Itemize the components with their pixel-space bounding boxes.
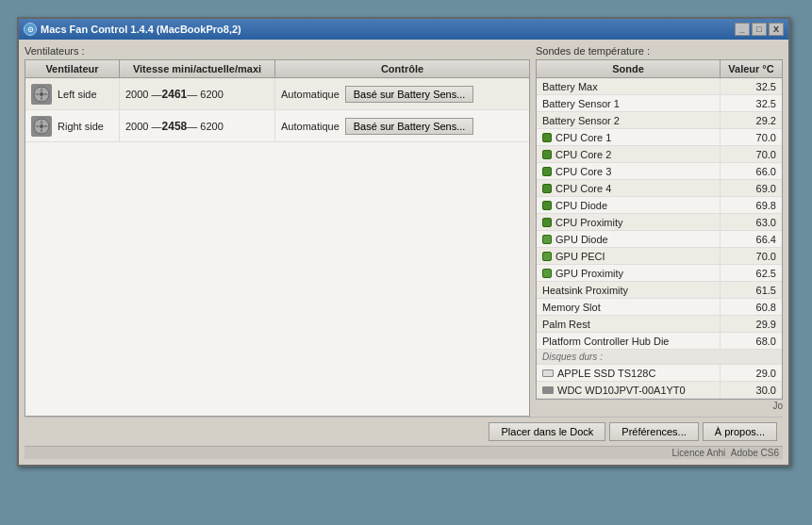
sensors-table: Sonde Valeur °C Battery Max 32.5 Battery… bbox=[536, 59, 783, 400]
sensor-name-heatsink: Heatsink Proximity bbox=[537, 282, 721, 298]
sensor-row-cpu-core-1: CPU Core 1 70.0 bbox=[537, 129, 782, 146]
sensor-row-pch: Platform Controller Hub Die 68.0 bbox=[537, 333, 782, 350]
apple-ssd-icon bbox=[542, 369, 554, 377]
sensor-row-gpu-diode: GPU Diode 66.4 bbox=[537, 231, 782, 248]
sensor-name-battery-s2: Battery Sensor 2 bbox=[537, 112, 721, 128]
sensor-name-cpu-core-1: CPU Core 1 bbox=[537, 129, 721, 145]
sensors-section-label: Sondes de température : bbox=[536, 45, 650, 57]
fan-2-name: Right side bbox=[25, 110, 120, 141]
sensor-value-cpu-core-2: 70.0 bbox=[721, 146, 782, 162]
fan-1-speed-max: — 6200 bbox=[187, 89, 224, 100]
sensor-name-palm-rest: Palm Rest bbox=[537, 316, 721, 332]
sensor-value-palm-rest: 29.9 bbox=[721, 316, 782, 332]
sensor-row-cpu-proximity: CPU Proximity 63.0 bbox=[537, 214, 782, 231]
fan-1-speed-min: 2000 — bbox=[125, 89, 162, 100]
cpu-icon-4 bbox=[542, 184, 552, 193]
sensor-row-palm-rest: Palm Rest 29.9 bbox=[537, 316, 782, 333]
sensor-value-heatsink: 61.5 bbox=[721, 282, 782, 298]
sensor-name-pch: Platform Controller Hub Die bbox=[537, 333, 721, 349]
fan-2-control: Automatique Basé sur Battery Sens... bbox=[275, 110, 529, 141]
sensor-row-heatsink: Heatsink Proximity 61.5 bbox=[537, 282, 782, 299]
fan-2-speed: 2000 — 2458 — 6200 bbox=[120, 110, 275, 141]
gpu-peci-icon bbox=[542, 252, 552, 261]
sensor-name-cpu-proximity: CPU Proximity bbox=[537, 214, 721, 230]
sensor-name-battery-max: Battery Max bbox=[537, 78, 721, 94]
fan-row-1: Left side 2000 — 2461 — 6200 Automatique… bbox=[25, 78, 529, 110]
fan-1-speed: 2000 — 2461 — 6200 bbox=[120, 78, 275, 109]
svg-point-1 bbox=[40, 92, 43, 96]
wdc-icon bbox=[542, 386, 554, 394]
sensor-value-gpu-peci: 70.0 bbox=[721, 248, 782, 264]
sensor-value-battery-s1: 32.5 bbox=[721, 95, 782, 111]
fan-row-2: Right side 2000 — 2458 — 6200 Automatiqu… bbox=[25, 110, 529, 142]
sensor-value-apple-ssd: 29.0 bbox=[721, 365, 782, 381]
gpu-proximity-icon bbox=[542, 269, 552, 278]
fans-col-speed: Vitesse mini/actuelle/maxi bbox=[120, 60, 275, 77]
application-window: ⊙ Macs Fan Control 1.4.4 (MacBookPro8,2)… bbox=[17, 17, 790, 467]
fan-icon-1 bbox=[31, 84, 52, 105]
gpu-diode-icon bbox=[542, 235, 552, 244]
svg-point-3 bbox=[40, 124, 43, 128]
sensor-row-apple-ssd: APPLE SSD TS128C 29.0 bbox=[537, 365, 782, 382]
sensor-name-memory: Memory Slot bbox=[537, 299, 721, 315]
sensors-table-header: Sonde Valeur °C bbox=[537, 60, 782, 78]
sensor-value-battery-s2: 29.2 bbox=[721, 112, 782, 128]
fan-1-name-text: Left side bbox=[58, 89, 97, 100]
fan-1-control-mode: Automatique bbox=[281, 89, 340, 100]
preferences-button[interactable]: Préférences... bbox=[609, 422, 698, 441]
sensor-value-cpu-core-1: 70.0 bbox=[721, 129, 782, 145]
sensor-name-gpu-proximity: GPU Proximity bbox=[537, 265, 721, 281]
bottom-bar: Placer dans le Dock Préférences... À pro… bbox=[25, 417, 783, 446]
fan-2-speed-min: 2000 — bbox=[125, 121, 162, 132]
fan-1-control: Automatique Basé sur Battery Sens... bbox=[275, 78, 529, 109]
fan-1-name: Left side bbox=[25, 78, 120, 109]
about-button[interactable]: À propos... bbox=[703, 422, 777, 441]
sensor-value-pch: 68.0 bbox=[721, 333, 782, 349]
sensor-name-cpu-core-4: CPU Core 4 bbox=[537, 180, 721, 196]
fan-1-control-button[interactable]: Basé sur Battery Sens... bbox=[345, 86, 474, 103]
sensor-value-cpu-core-3: 66.0 bbox=[721, 163, 782, 179]
sensor-name-apple-ssd: APPLE SSD TS128C bbox=[537, 365, 721, 381]
sensor-row-battery-s1: Battery Sensor 1 32.5 bbox=[537, 95, 782, 112]
sensor-name-gpu-diode: GPU Diode bbox=[537, 231, 721, 247]
sensor-value-gpu-diode: 66.4 bbox=[721, 231, 782, 247]
sensor-row-cpu-core-2: CPU Core 2 70.0 bbox=[537, 146, 782, 163]
fans-empty-area bbox=[25, 142, 529, 416]
window-content: Ventilateurs : Sondes de température : V… bbox=[19, 40, 788, 465]
app-icon: ⊙ bbox=[24, 23, 37, 36]
fan-2-control-button[interactable]: Basé sur Battery Sens... bbox=[345, 118, 474, 135]
sensor-value-memory: 60.8 bbox=[721, 299, 782, 315]
sensor-row-gpu-peci: GPU PECI 70.0 bbox=[537, 248, 782, 265]
cpu-diode-icon bbox=[542, 201, 552, 210]
minimize-button[interactable]: _ bbox=[735, 23, 750, 36]
window-title: Macs Fan Control 1.4.4 (MacBookPro8,2) bbox=[41, 24, 241, 35]
cpu-icon-3 bbox=[542, 167, 552, 176]
sensor-name-wdc: WDC WD10JPVT-00A1YT0 bbox=[537, 382, 721, 398]
sensor-name-gpu-peci: GPU PECI bbox=[537, 248, 721, 264]
fans-panel: Ventilateur Vitesse mini/actuelle/maxi C… bbox=[25, 59, 530, 417]
sensor-value-cpu-proximity: 63.0 bbox=[721, 214, 782, 230]
fan-2-speed-max: — 6200 bbox=[187, 121, 224, 132]
cpu-icon-2 bbox=[542, 150, 552, 159]
sensor-value-wdc: 30.0 bbox=[721, 382, 782, 398]
sensor-row-wdc: WDC WD10JPVT-00A1YT0 30.0 bbox=[537, 382, 782, 399]
sensor-name-cpu-core-2: CPU Core 2 bbox=[537, 146, 721, 162]
sensor-row-battery-max: Battery Max 32.5 bbox=[537, 78, 782, 95]
dock-button[interactable]: Placer dans le Dock bbox=[489, 422, 605, 441]
sensor-row-cpu-core-4: CPU Core 4 69.0 bbox=[537, 180, 782, 197]
window-controls: _ □ X bbox=[735, 23, 784, 36]
main-layout: Ventilateur Vitesse mini/actuelle/maxi C… bbox=[25, 59, 783, 417]
fan-icon-2 bbox=[31, 116, 52, 137]
title-bar: ⊙ Macs Fan Control 1.4.4 (MacBookPro8,2)… bbox=[19, 19, 788, 40]
sensors-col-name: Sonde bbox=[537, 60, 721, 77]
sensors-col-value: Valeur °C bbox=[721, 60, 782, 77]
fan-1-speed-current: 2461 bbox=[162, 88, 188, 101]
maximize-button[interactable]: □ bbox=[752, 23, 767, 36]
status-bar: Licence Anhi Adobe CS6 bbox=[25, 446, 783, 459]
sensor-name-battery-s1: Battery Sensor 1 bbox=[537, 95, 721, 111]
sensor-row-memory: Memory Slot 60.8 bbox=[537, 299, 782, 316]
sensor-name-cpu-diode: CPU Diode bbox=[537, 197, 721, 213]
desktop: ⊙ Macs Fan Control 1.4.4 (MacBookPro8,2)… bbox=[0, 0, 812, 525]
close-button[interactable]: X bbox=[769, 23, 784, 36]
sensor-value-gpu-proximity: 62.5 bbox=[721, 265, 782, 281]
